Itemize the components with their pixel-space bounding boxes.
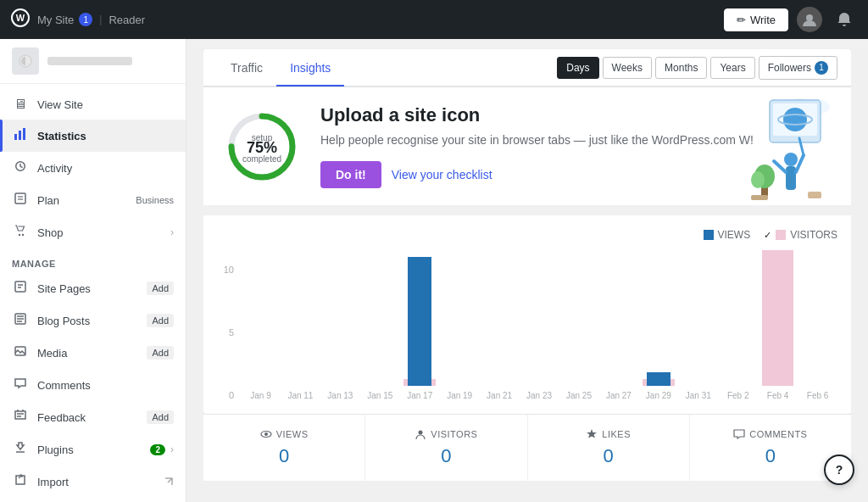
sidebar-item-activity[interactable]: Activity (0, 152, 186, 184)
setup-banner: setup 75% completed Upload a site icon H… (203, 86, 851, 205)
legend-visitors-dot (776, 230, 786, 240)
comments-icon (12, 376, 29, 393)
legend-views-dot (704, 230, 714, 240)
chart-x-labels: Jan 9Jan 11Jan 13Jan 15Jan 17Jan 19Jan 2… (241, 386, 837, 400)
blog-posts-add-button[interactable]: Add (147, 314, 174, 327)
svg-rect-7 (15, 193, 25, 204)
chart-section: VIEWS ✓ VISITORS 10 5 0 (203, 215, 851, 414)
stat-comments-value: 0 (704, 445, 837, 467)
sidebar-label-media: Media (37, 347, 138, 360)
sidebar-label-activity: Activity (37, 162, 174, 175)
followers-button[interactable]: Followers 1 (759, 56, 837, 80)
period-days-button[interactable]: Days (557, 57, 598, 79)
plan-badge: Business (136, 195, 174, 205)
svg-text:75%: 75% (247, 139, 277, 156)
sidebar-item-statistics[interactable]: Statistics (0, 120, 186, 152)
followers-count-badge: 1 (815, 61, 828, 75)
help-icon: ? (836, 463, 843, 477)
site-name: My Site (37, 14, 74, 26)
sidebar-item-import[interactable]: Import (0, 466, 186, 498)
tab-insights[interactable]: Insights (276, 49, 344, 86)
bar-views (647, 372, 670, 386)
sidebar-label-statistics: Statistics (37, 130, 174, 142)
tabs-right: Days Weeks Months Years Followers 1 (557, 56, 837, 80)
stats-row: VIEWS 0 VISITORS 0 LIKES 0 (203, 414, 851, 481)
user-avatar[interactable] (797, 7, 822, 32)
x-label: Jan 23 (520, 391, 559, 400)
svg-point-42 (751, 171, 765, 188)
main-content: Traffic Insights Days Weeks Months Years… (186, 39, 868, 502)
stat-views-label: VIEWS (217, 428, 351, 440)
sidebar-label-site-pages: Site Pages (37, 282, 138, 295)
period-months-button[interactable]: Months (655, 57, 707, 79)
period-weeks-button[interactable]: Weeks (603, 57, 652, 79)
sidebar-label-plugins: Plugins (37, 443, 142, 456)
feedback-add-button[interactable]: Add (147, 410, 174, 424)
site-name-placeholder (47, 57, 132, 65)
sidebar-item-media[interactable]: Media Add (0, 337, 186, 369)
monitor-icon: 🖥 (12, 97, 29, 112)
sidebar-label-import: Import (37, 476, 155, 488)
x-label: Jan 15 (360, 391, 400, 400)
x-label: Jan 17 (400, 391, 440, 400)
sidebar-label-comments: Comments (37, 379, 174, 392)
topbar-left: W My Site 1 | Reader (10, 8, 145, 32)
media-add-button[interactable]: Add (147, 346, 174, 360)
stat-visitors-value: 0 (379, 445, 513, 467)
help-button[interactable]: ? (824, 455, 854, 485)
statistics-icon (12, 127, 29, 144)
sidebar-item-blog-posts[interactable]: Blog Posts Add (0, 304, 186, 337)
visitors-check-icon: ✓ (764, 230, 771, 241)
x-label: Jan 21 (480, 391, 520, 400)
sidebar-label-plan: Plan (37, 194, 127, 207)
external-link-icon (164, 477, 174, 487)
reader-link[interactable]: Reader (108, 14, 145, 26)
blog-posts-icon (12, 312, 29, 329)
sidebar-item-comments[interactable]: Comments (0, 369, 186, 401)
svg-rect-12 (15, 282, 25, 292)
sidebar-item-shop[interactable]: Shop › (0, 216, 186, 248)
sidebar-item-site-pages[interactable]: Site Pages Add (0, 272, 186, 304)
shop-icon (12, 224, 29, 241)
plan-icon (12, 192, 29, 209)
chart-area: 10 5 0 Jan 9Jan 11Jan 13Jan 15Jan 17Jan … (217, 248, 837, 400)
notifications-icon[interactable] (831, 6, 858, 33)
media-icon (12, 344, 29, 361)
svg-point-46 (264, 432, 268, 436)
topbar: W My Site 1 | Reader ✏ Write (0, 0, 868, 39)
doit-button[interactable]: Do it! (320, 161, 381, 188)
write-button[interactable]: ✏ Write (724, 8, 788, 31)
sidebar-item-plugins[interactable]: Plugins 2 › (0, 433, 186, 466)
svg-rect-5 (19, 131, 21, 140)
sidebar-item-view-site[interactable]: 🖥 View Site (0, 89, 186, 120)
stat-views-value: 0 (217, 445, 351, 467)
person-icon (415, 428, 426, 440)
chart-y-labels: 10 5 0 (217, 265, 241, 400)
site-pages-icon (12, 280, 29, 297)
setup-progress-circle: setup 75% completed (224, 109, 300, 185)
sidebar-site-info (0, 39, 186, 84)
period-years-button[interactable]: Years (710, 57, 754, 79)
site-pages-add-button[interactable]: Add (147, 282, 174, 295)
svg-line-37 (774, 161, 786, 172)
x-label: Jan 9 (241, 391, 281, 400)
stat-views: VIEWS 0 (203, 415, 365, 481)
chart-bars-wrapper: Jan 9Jan 11Jan 13Jan 15Jan 17Jan 19Jan 2… (241, 386, 837, 400)
sidebar-label-view-site: View Site (37, 98, 174, 111)
legend-visitors: ✓ VISITORS (764, 229, 837, 241)
site-selector[interactable]: My Site 1 (37, 13, 92, 26)
sidebar-item-feedback[interactable]: Feedback Add (0, 401, 186, 433)
tab-traffic[interactable]: Traffic (217, 49, 276, 86)
svg-rect-6 (23, 128, 25, 140)
stat-visitors-label: VISITORS (379, 428, 513, 440)
sidebar-item-plan[interactable]: Plan Business (0, 184, 186, 216)
x-label: Jan 19 (440, 391, 480, 400)
checklist-link[interactable]: View your checklist (392, 168, 492, 181)
x-label: Jan 27 (598, 391, 638, 400)
svg-point-35 (784, 153, 798, 166)
svg-point-10 (19, 234, 20, 236)
svg-text:W: W (16, 13, 25, 23)
plugins-arrow-icon: › (170, 443, 174, 455)
svg-text:completed: completed (242, 154, 281, 164)
manage-section-label: Manage (0, 248, 186, 272)
